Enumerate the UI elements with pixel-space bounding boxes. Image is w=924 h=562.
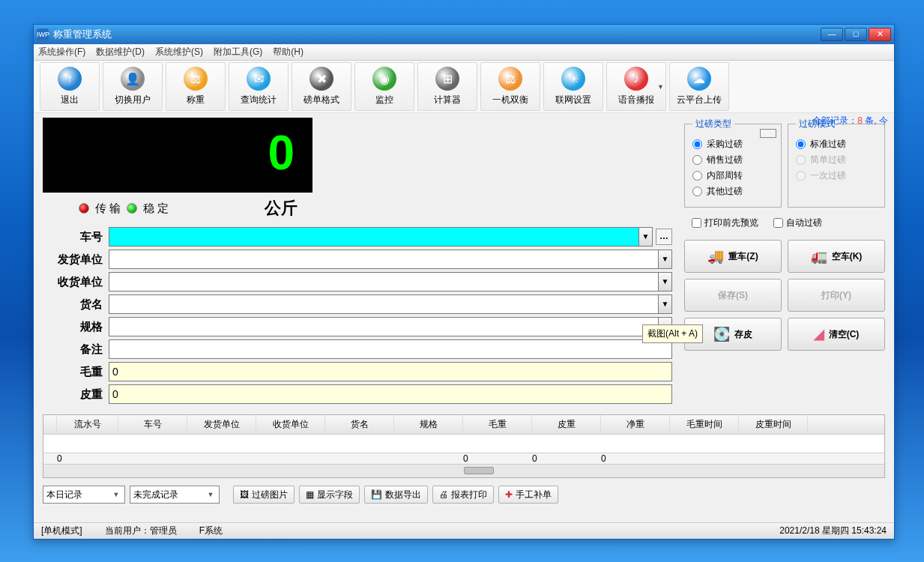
toolbar-label: 切换用户 bbox=[115, 94, 151, 106]
check-auto[interactable]: 自动过磅 bbox=[773, 217, 822, 229]
menu-data-maint[interactable]: 数据维护(D) bbox=[96, 46, 145, 58]
print-button[interactable]: 打印(Y) bbox=[788, 279, 885, 312]
statusbar: [单机模式] 当前用户：管理员 F系统 2021/2/18 星期四 15:43:… bbox=[34, 522, 894, 539]
export-data-button[interactable]: 💾数据导出 bbox=[364, 486, 428, 504]
toolbar-一机双衡[interactable]: ⚖一机双衡 bbox=[480, 62, 540, 111]
menu-system-maint[interactable]: 系统维护(S) bbox=[155, 46, 203, 58]
label-spec: 规格 bbox=[43, 320, 109, 334]
grid-body[interactable] bbox=[43, 435, 884, 453]
date-filter-combo[interactable]: 本日记录▼ bbox=[43, 486, 125, 504]
toolbar-计算器[interactable]: ⊞计算器 bbox=[417, 62, 477, 111]
toolbar-查询统计[interactable]: ✉查询统计 bbox=[229, 62, 289, 111]
gross-input[interactable] bbox=[109, 362, 672, 381]
toolbar: ↑退出👤切换用户⚖称重✉查询统计✖磅单格式◉监控⊞计算器⚖一机双衡✳联网设置♪语… bbox=[34, 61, 894, 113]
car-dropdown-icon[interactable]: ▼ bbox=[639, 227, 653, 247]
col-serial[interactable]: 流水号 bbox=[57, 415, 118, 434]
toolbar-语音播报[interactable]: ♪语音播报▼ bbox=[606, 62, 666, 111]
col-gross-time[interactable]: 毛重时间 bbox=[670, 415, 739, 434]
bottom-toolbar: 本日记录▼ 未完成记录▼ 🖼过磅图片 ▦显示字段 💾数据导出 🖨报表打印 ✚手工… bbox=[43, 486, 885, 504]
goods-input[interactable] bbox=[109, 294, 659, 314]
receiver-input[interactable] bbox=[109, 272, 659, 291]
weigh-mode-legend: 过磅模式 bbox=[796, 118, 838, 130]
manual-entry-button[interactable]: ✚手工补单 bbox=[498, 486, 558, 504]
toolbar-退出[interactable]: ↑退出 bbox=[40, 62, 100, 111]
col-spec[interactable]: 规格 bbox=[394, 415, 463, 434]
label-remark: 备注 bbox=[43, 342, 109, 357]
label-stable: 稳 定 bbox=[143, 202, 169, 216]
radio-once[interactable]: 一次过磅 bbox=[796, 169, 877, 182]
toolbar-联网设置[interactable]: ✳联网设置 bbox=[543, 62, 603, 111]
form-area: 车号 ▼ … 发货单位 ▼ 收货单位 ▼ bbox=[43, 227, 672, 404]
toolbar-icon: ✳ bbox=[561, 67, 585, 91]
weight-lcd: 0 bbox=[43, 118, 312, 193]
printer-icon: 🖨 bbox=[439, 489, 448, 500]
menu-system-ops[interactable]: 系统操作(F) bbox=[38, 46, 85, 58]
toolbar-icon: ⚖ bbox=[184, 67, 208, 91]
save-button[interactable]: 保存(S) bbox=[684, 279, 782, 312]
toolbar-label: 退出 bbox=[61, 94, 79, 106]
label-tare: 皮重 bbox=[43, 387, 109, 402]
col-goods[interactable]: 货名 bbox=[325, 415, 394, 434]
minimize-button[interactable]: — bbox=[821, 28, 843, 41]
toolbar-icon: ✖ bbox=[309, 67, 333, 91]
radio-simple[interactable]: 简单过磅 bbox=[796, 154, 877, 166]
sender-input[interactable] bbox=[109, 250, 659, 269]
label-receiver: 收货单位 bbox=[43, 275, 109, 289]
label-sender: 发货单位 bbox=[43, 253, 109, 267]
window-controls: — □ ✕ bbox=[821, 28, 891, 41]
radio-purchase[interactable]: 采购过磅 bbox=[692, 138, 773, 151]
show-fields-button[interactable]: ▦显示字段 bbox=[299, 486, 360, 504]
col-receiver[interactable]: 收货单位 bbox=[256, 415, 325, 434]
toolbar-称重[interactable]: ⚖称重 bbox=[166, 62, 226, 111]
status-row: 传 输 稳 定 公斤 bbox=[43, 197, 672, 220]
maximize-button[interactable]: □ bbox=[845, 28, 867, 41]
radio-other[interactable]: 其他过磅 bbox=[692, 185, 773, 198]
col-tare[interactable]: 皮重 bbox=[532, 415, 601, 434]
toolbar-磅单格式[interactable]: ✖磅单格式 bbox=[292, 62, 351, 111]
close-button[interactable]: ✕ bbox=[869, 28, 891, 41]
radio-internal[interactable]: 内部周转 bbox=[692, 169, 773, 182]
goods-dropdown-icon[interactable]: ▼ bbox=[659, 294, 672, 314]
car-input[interactable] bbox=[109, 227, 639, 247]
heavy-truck-button[interactable]: 🚚重车(Z) bbox=[684, 240, 782, 273]
truck-green-icon: 🚚 bbox=[707, 248, 724, 265]
report-print-button[interactable]: 🖨报表打印 bbox=[432, 486, 494, 504]
app-window: IWP 称重管理系统 — □ ✕ 系统操作(F) 数据维护(D) 系统维护(S)… bbox=[33, 24, 895, 540]
collapse-toggle[interactable] bbox=[760, 129, 776, 138]
toolbar-监控[interactable]: ◉监控 bbox=[354, 62, 414, 111]
sender-dropdown-icon[interactable]: ▼ bbox=[659, 250, 672, 269]
status-system: F系统 bbox=[199, 525, 223, 537]
chevron-down-icon: ▼ bbox=[205, 491, 216, 498]
tare-input[interactable] bbox=[109, 384, 672, 404]
status-filter-combo[interactable]: 未完成记录▼ bbox=[130, 486, 220, 504]
toolbar-label: 监控 bbox=[375, 94, 393, 106]
eraser-icon: ◢ bbox=[814, 326, 824, 342]
weigh-image-button[interactable]: 🖼过磅图片 bbox=[233, 486, 295, 504]
col-tare-time[interactable]: 皮重时间 bbox=[739, 415, 808, 434]
col-car[interactable]: 车号 bbox=[118, 415, 187, 434]
horizontal-scrollbar[interactable] bbox=[43, 464, 884, 477]
radio-standard[interactable]: 标准过磅 bbox=[796, 138, 877, 151]
toolbar-icon: ✉ bbox=[247, 67, 271, 91]
col-sender[interactable]: 发货单位 bbox=[187, 415, 256, 434]
dropdown-arrow-icon: ▼ bbox=[657, 83, 664, 91]
col-gross[interactable]: 毛重 bbox=[463, 415, 532, 434]
spec-input[interactable] bbox=[109, 317, 659, 336]
truck-red-icon: 🚛 bbox=[811, 248, 827, 265]
check-preview[interactable]: 打印前先预览 bbox=[692, 217, 758, 229]
receiver-dropdown-icon[interactable]: ▼ bbox=[659, 272, 672, 291]
menu-addon-tools[interactable]: 附加工具(G) bbox=[214, 46, 262, 58]
toolbar-icon: ⚖ bbox=[498, 67, 522, 91]
toolbar-切换用户[interactable]: 👤切换用户 bbox=[103, 62, 163, 111]
radio-sale[interactable]: 销售过磅 bbox=[692, 154, 773, 166]
empty-truck-button[interactable]: 🚛空车(K) bbox=[788, 240, 885, 273]
remark-input[interactable] bbox=[109, 339, 672, 359]
car-browse-button[interactable]: … bbox=[656, 229, 672, 245]
toolbar-云平台上传[interactable]: ☁云平台上传 bbox=[669, 62, 729, 111]
col-net[interactable]: 净重 bbox=[601, 415, 670, 434]
records-grid: 流水号 车号 发货单位 收货单位 货名 规格 毛重 皮重 净重 毛重时间 皮重时… bbox=[43, 414, 885, 478]
toolbar-icon: ◉ bbox=[372, 67, 396, 91]
menu-help[interactable]: 帮助(H) bbox=[273, 46, 304, 58]
status-datetime: 2021/2/18 星期四 15:43:24 bbox=[779, 525, 887, 537]
clear-button[interactable]: ◢清空(C) bbox=[788, 318, 885, 351]
